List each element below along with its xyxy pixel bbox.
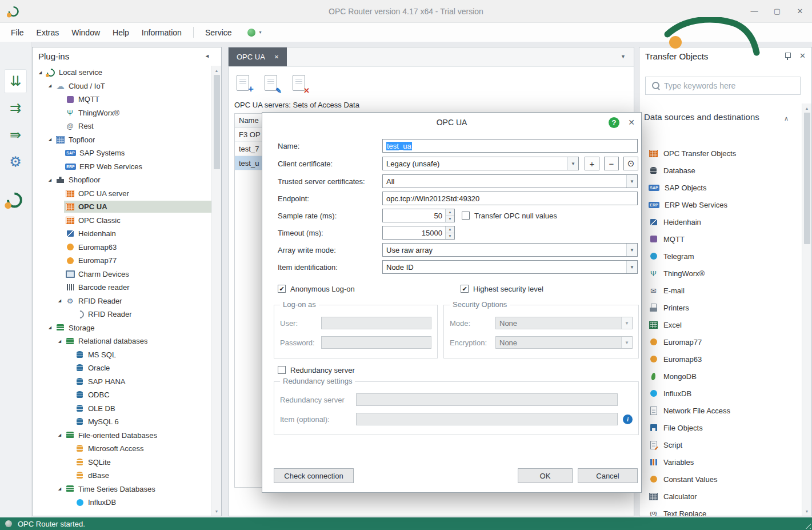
help-icon[interactable]: ? — [609, 117, 619, 128]
redundancy-server-input[interactable] — [356, 393, 618, 406]
transfer-item-telegram[interactable]: Telegram — [639, 248, 802, 265]
check-connection-button[interactable]: Check connection — [274, 468, 354, 483]
scroll-thumb[interactable] — [214, 75, 220, 169]
mode-select[interactable]: None ▼ — [495, 317, 633, 329]
transfer-item-e-mail[interactable]: ✉E-mail — [639, 282, 802, 299]
expander-icon[interactable]: ◢ — [36, 70, 45, 75]
tree-item-mysql-6[interactable]: MySQL 6 — [33, 415, 211, 429]
add-certificate-button[interactable]: + — [585, 157, 599, 170]
tree-item-influxdb[interactable]: InfluxDB — [33, 496, 211, 509]
tree-item-opc-classic[interactable]: OPC Classic — [33, 214, 211, 228]
tab-opc-ua[interactable]: OPC UA ✕ — [229, 47, 287, 66]
transfer-item-euromap63[interactable]: Euromap63 — [639, 350, 802, 368]
transfer-scrollbar[interactable]: ▲ ▼ — [802, 103, 811, 516]
menu-information[interactable]: Information — [135, 23, 188, 42]
highest-security-checkbox[interactable] — [461, 285, 469, 293]
redundancy-server-checkbox[interactable] — [278, 366, 286, 374]
transfer-item-database[interactable]: Database — [639, 162, 802, 179]
expander-icon[interactable]: ◢ — [55, 339, 64, 344]
tree-item-mqtt[interactable]: MQTT — [33, 93, 211, 106]
expander-icon[interactable]: ◢ — [46, 83, 54, 88]
item-identification-select[interactable]: Node ID ▼ — [382, 260, 638, 274]
pin-icon[interactable] — [784, 52, 791, 61]
scroll-up-icon[interactable]: ▲ — [802, 103, 811, 113]
menu-window[interactable]: Window — [65, 23, 106, 42]
transfer-item-variables[interactable]: Variables — [639, 453, 802, 471]
panel-collapse-icon[interactable]: ◄ — [205, 53, 210, 59]
anonymous-logon-checkbox[interactable] — [278, 285, 286, 293]
transfer-item-influxdb[interactable]: InfluxDB — [639, 385, 802, 402]
spin-down-icon[interactable]: ▼ — [446, 216, 454, 222]
tree-item-euromap63[interactable]: Euromap63 — [33, 241, 211, 254]
expander-icon[interactable]: ◢ — [55, 487, 64, 491]
transfer-item-network-file-access[interactable]: Network File Access — [639, 402, 802, 419]
scroll-down-icon[interactable]: ▼ — [802, 507, 811, 516]
tree-item-topfloor[interactable]: ◢Topfloor — [33, 133, 211, 147]
tree-item-microsoft-access[interactable]: Microsoft Access — [33, 442, 211, 456]
transfer-item-calculator[interactable]: Calculator — [639, 488, 802, 505]
menu-extras[interactable]: Extras — [30, 23, 66, 42]
expander-icon[interactable]: ◢ — [46, 178, 54, 182]
spin-up-icon[interactable]: ▲ — [446, 226, 454, 233]
transfer-item-script[interactable]: Script — [639, 436, 802, 453]
item-optional-input[interactable] — [356, 413, 618, 425]
transfer-null-checkbox[interactable] — [462, 212, 470, 220]
toolbar-templates-button[interactable]: ⇛ — [4, 123, 27, 147]
tree-item-cloud-iot[interactable]: ◢☁Cloud / IoT — [33, 79, 211, 93]
sample-rate-stepper[interactable]: 50 ▲▼ — [382, 209, 455, 222]
menu-file[interactable]: File — [5, 23, 30, 42]
transfer-item-mqtt[interactable]: MQTT — [639, 230, 802, 248]
view-certificate-button[interactable]: ⊙ — [623, 157, 638, 170]
maximize-button[interactable]: ▢ — [772, 7, 782, 15]
remove-certificate-button[interactable]: − — [604, 157, 619, 170]
toolbar-connections-button[interactable]: ⇉ — [4, 96, 27, 120]
transfer-item-constant-values[interactable]: Constant Values — [639, 471, 802, 488]
tree-item-charm-devices[interactable]: Charm Devices — [33, 268, 211, 281]
tree-item-file-oriented-databases[interactable]: ◢File-oriented Databases — [33, 429, 211, 443]
toolbar-router-logo-button[interactable] — [4, 188, 27, 212]
encryption-select[interactable]: None ▼ — [495, 336, 633, 349]
transfer-item-erp-web-services[interactable]: ERPERP Web Services — [639, 196, 802, 213]
client-certificate-select[interactable]: Legacy (unsafe) ▼ — [382, 157, 579, 170]
search-input[interactable] — [664, 81, 800, 90]
chevron-down-icon[interactable]: ▼ — [626, 261, 637, 273]
transfer-item-excel[interactable]: Excel — [639, 316, 802, 333]
transfer-item-opc-transfer-objects[interactable]: OPC Transfer Objects — [639, 145, 802, 162]
tree-item-relational-databases[interactable]: ◢Relational databases — [33, 334, 211, 348]
tree-item-ms-sql[interactable]: MS SQL — [33, 348, 211, 362]
tree-item-opc-ua-server[interactable]: OPC UA server — [33, 187, 211, 201]
tree-item-time-series-databases[interactable]: ◢Time Series Databases — [33, 483, 211, 496]
tree-item-euromap77[interactable]: Euromap77 — [33, 254, 211, 268]
transfer-item-euromap77[interactable]: Euromap77 — [639, 333, 802, 350]
scroll-up-icon[interactable]: ▲ — [212, 66, 221, 75]
tab-list-caret-icon[interactable]: ▼ — [621, 54, 626, 59]
toolbar-plugins-button[interactable]: ⇊ — [4, 69, 27, 93]
panel-close-icon[interactable]: ✕ — [799, 51, 806, 60]
endpoint-input[interactable]: opc.tcp://Win2012Std:49320 — [382, 192, 638, 205]
tree-item-dbase[interactable]: dBase — [33, 469, 211, 483]
tree-item-sap-hana[interactable]: SAP HANA — [33, 375, 211, 389]
tree-item-sap-systems[interactable]: SAPSAP Systems — [33, 146, 211, 160]
tree-item-rfid-reader[interactable]: RFID Reader — [33, 308, 211, 321]
transfer-item-mongodb[interactable]: MongoDB — [639, 368, 802, 385]
tree-item-rfid-reader[interactable]: ◢⚙RFID Reader — [33, 294, 211, 308]
collapse-chevron-icon[interactable]: ∧ — [784, 115, 789, 122]
search-box[interactable] — [645, 77, 801, 95]
toolbar-settings-button[interactable]: ⚙ — [4, 150, 27, 174]
tree-item-opc-ua[interactable]: OPC UA — [33, 200, 211, 214]
tree-item-heidenhain[interactable]: Heidenhain — [33, 227, 211, 241]
tree-item-local-service[interactable]: ◢Local service — [33, 66, 211, 79]
delete-server-button[interactable]: ✕ — [293, 75, 306, 92]
menu-help[interactable]: Help — [106, 23, 135, 42]
user-input[interactable] — [321, 317, 431, 329]
section-header[interactable]: Data sources and destinations ∧ — [644, 111, 789, 123]
minimize-button[interactable]: — — [749, 7, 759, 15]
transfer-item-heidenhain[interactable]: Heidenhain — [639, 213, 802, 230]
plugins-scrollbar[interactable]: ▲ ▼ — [211, 66, 221, 516]
resize-grip[interactable] — [804, 522, 811, 529]
transfer-item-sap-objects[interactable]: SAPSAP Objects — [639, 179, 802, 196]
tab-close-icon[interactable]: ✕ — [274, 54, 279, 60]
chevron-down-icon[interactable]: ▼ — [626, 244, 637, 256]
array-write-mode-select[interactable]: Use raw array ▼ — [382, 243, 638, 257]
transfer-item-file-objects[interactable]: File Objects — [639, 419, 802, 436]
